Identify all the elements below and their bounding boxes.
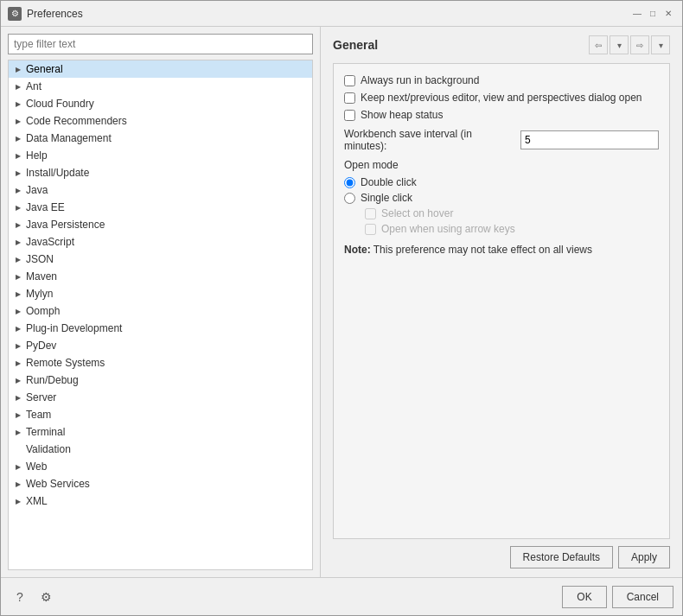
tree-item-label: Remote Systems bbox=[26, 357, 105, 369]
tree-item-label: Web bbox=[26, 460, 47, 473]
nav-forward-dropdown-button[interactable]: ▾ bbox=[651, 35, 670, 54]
sidebar-item-javascript[interactable]: ▶JavaScript bbox=[9, 233, 312, 251]
sidebar-item-plug-in-development[interactable]: ▶Plug-in Development bbox=[9, 320, 312, 337]
checkbox-row-keep-next-prev: Keep next/previous editor, view and pers… bbox=[344, 92, 659, 104]
sidebar-item-team[interactable]: ▶Team bbox=[9, 406, 312, 423]
tree-arrow-icon: ▶ bbox=[12, 409, 24, 421]
tree-item-label: Web Services bbox=[26, 478, 90, 490]
checkbox-label-always-run: Always run in background bbox=[361, 74, 479, 86]
radio-label-double-click: Double click bbox=[361, 176, 417, 188]
tree-item-label: Install/Update bbox=[26, 167, 89, 179]
nav-forward-button[interactable]: ⇨ bbox=[630, 35, 649, 54]
sidebar-item-server[interactable]: ▶Server bbox=[9, 389, 312, 406]
tree-item-label: Server bbox=[26, 391, 56, 403]
tree-item-label: Data Management bbox=[26, 132, 112, 144]
tree-arrow-icon: ▶ bbox=[12, 288, 24, 300]
sidebar-item-code-recommenders[interactable]: ▶Code Recommenders bbox=[9, 112, 312, 130]
workbench-save-label: Workbench save interval (in minutes): bbox=[344, 128, 514, 152]
sidebar-item-ant[interactable]: ▶Ant bbox=[9, 78, 312, 95]
checkbox-always-run[interactable] bbox=[344, 75, 355, 86]
maximize-button[interactable]: □ bbox=[646, 7, 660, 21]
tree-arrow-icon: ▶ bbox=[12, 219, 24, 231]
tree-item-label: JavaScript bbox=[26, 236, 74, 248]
sub-checkbox-select-on-hover[interactable] bbox=[365, 208, 376, 219]
left-panel: ▶General▶Ant▶Cloud Foundry▶Code Recommen… bbox=[1, 27, 321, 577]
sidebar-item-data-management[interactable]: ▶Data Management bbox=[9, 130, 312, 147]
tree-item-label: General bbox=[26, 63, 63, 75]
tree-item-label: Cloud Foundry bbox=[26, 98, 94, 110]
checkbox-label-keep-next-prev: Keep next/previous editor, view and pers… bbox=[361, 92, 642, 104]
right-panel: General ⇦ ▾ ⇨ ▾ Always run in background… bbox=[321, 27, 682, 577]
tree-view: ▶General▶Ant▶Cloud Foundry▶Code Recommen… bbox=[8, 60, 313, 570]
cancel-button[interactable]: Cancel bbox=[612, 586, 673, 608]
checkbox-keep-next-prev[interactable] bbox=[344, 92, 355, 104]
bottom-right: OK Cancel bbox=[562, 586, 673, 608]
sidebar-item-remote-systems[interactable]: ▶Remote Systems bbox=[9, 354, 312, 372]
sub-checkbox-open-arrow-keys[interactable] bbox=[365, 224, 376, 235]
checkbox-row-always-run: Always run in background bbox=[344, 74, 659, 86]
restore-defaults-button[interactable]: Restore Defaults bbox=[510, 546, 613, 568]
tree-item-label: Java Persistence bbox=[26, 219, 105, 231]
radio-double-click[interactable] bbox=[344, 177, 355, 188]
sidebar-item-java-persistence[interactable]: ▶Java Persistence bbox=[9, 216, 312, 233]
settings-icon-button[interactable]: ⚙ bbox=[35, 587, 56, 607]
sub-options: Select on hoverOpen when using arrow key… bbox=[365, 207, 659, 235]
sidebar-item-xml[interactable]: ▶XML bbox=[9, 492, 312, 510]
sidebar-item-web[interactable]: ▶Web bbox=[9, 458, 312, 475]
open-mode-group: Open mode Double clickSingle click Selec… bbox=[344, 159, 659, 235]
workbench-save-input[interactable] bbox=[520, 130, 659, 149]
tree-item-label: Maven bbox=[26, 270, 57, 283]
panel-content: Always run in backgroundKeep next/previo… bbox=[333, 63, 670, 539]
tree-item-label: Plug-in Development bbox=[26, 322, 122, 334]
nav-back-button[interactable]: ⇦ bbox=[589, 35, 608, 54]
note-row: Note: This preference may not take effec… bbox=[344, 244, 659, 256]
sidebar-item-java[interactable]: ▶Java bbox=[9, 181, 312, 199]
tree-arrow-icon: ▶ bbox=[12, 478, 24, 490]
sidebar-item-pydev[interactable]: ▶PyDev bbox=[9, 337, 312, 354]
tree-arrow-icon: ▶ bbox=[12, 132, 24, 144]
sidebar-item-maven[interactable]: ▶Maven bbox=[9, 268, 312, 285]
radio-container: Double clickSingle click bbox=[344, 176, 659, 204]
sidebar-item-cloud-foundry[interactable]: ▶Cloud Foundry bbox=[9, 95, 312, 112]
sidebar-item-run-debug[interactable]: ▶Run/Debug bbox=[9, 372, 312, 389]
tree-arrow-icon: ▶ bbox=[12, 270, 24, 283]
close-button[interactable]: ✕ bbox=[661, 7, 675, 21]
sidebar-item-help[interactable]: ▶Help bbox=[9, 147, 312, 164]
sub-checkbox-row-select-on-hover: Select on hover bbox=[365, 207, 659, 219]
minimize-button[interactable]: — bbox=[630, 7, 644, 21]
help-button[interactable]: ? bbox=[10, 587, 30, 607]
sidebar-item-validation[interactable]: Validation bbox=[9, 441, 312, 458]
sidebar-item-general[interactable]: ▶General bbox=[9, 60, 312, 78]
panel-title-bar: General ⇦ ▾ ⇨ ▾ bbox=[333, 35, 670, 54]
sidebar-item-mylyn[interactable]: ▶Mylyn bbox=[9, 285, 312, 302]
window-title: Preferences bbox=[27, 8, 630, 20]
panel-title-text: General bbox=[333, 38, 378, 52]
radio-single-click[interactable] bbox=[344, 193, 355, 204]
tree-item-label: Help bbox=[26, 149, 48, 162]
tree-arrow-icon: ▶ bbox=[12, 374, 24, 386]
apply-button[interactable]: Apply bbox=[618, 546, 670, 568]
sidebar-item-terminal[interactable]: ▶Terminal bbox=[9, 423, 312, 441]
ok-button[interactable]: OK bbox=[562, 586, 606, 608]
tree-arrow-icon: ▶ bbox=[12, 80, 24, 92]
tree-arrow-icon: ▶ bbox=[12, 63, 24, 75]
tree-item-label: Java EE bbox=[26, 201, 65, 213]
sidebar-item-web-services[interactable]: ▶Web Services bbox=[9, 475, 312, 492]
tree-item-label: Validation bbox=[26, 443, 71, 455]
checkbox-show-heap[interactable] bbox=[344, 110, 355, 121]
tree-item-label: Java bbox=[26, 184, 48, 196]
tree-arrow-icon: ▶ bbox=[12, 253, 24, 265]
sidebar-item-json[interactable]: ▶JSON bbox=[9, 251, 312, 268]
sidebar-item-java-ee[interactable]: ▶Java EE bbox=[9, 199, 312, 216]
sidebar-item-oomph[interactable]: ▶Oomph bbox=[9, 302, 312, 320]
tree-item-label: XML bbox=[26, 495, 48, 507]
title-bar: ⚙ Preferences — □ ✕ bbox=[1, 1, 682, 27]
tree-arrow-icon: ▶ bbox=[12, 184, 24, 196]
radio-row-single-click: Single click bbox=[344, 192, 659, 204]
tree-arrow-icon: ▶ bbox=[12, 167, 24, 179]
tree-item-label: Oomph bbox=[26, 305, 60, 317]
sidebar-item-install-update[interactable]: ▶Install/Update bbox=[9, 164, 312, 181]
nav-dropdown-button[interactable]: ▾ bbox=[610, 35, 629, 54]
title-bar-controls: — □ ✕ bbox=[630, 7, 675, 21]
search-input[interactable] bbox=[8, 34, 313, 54]
